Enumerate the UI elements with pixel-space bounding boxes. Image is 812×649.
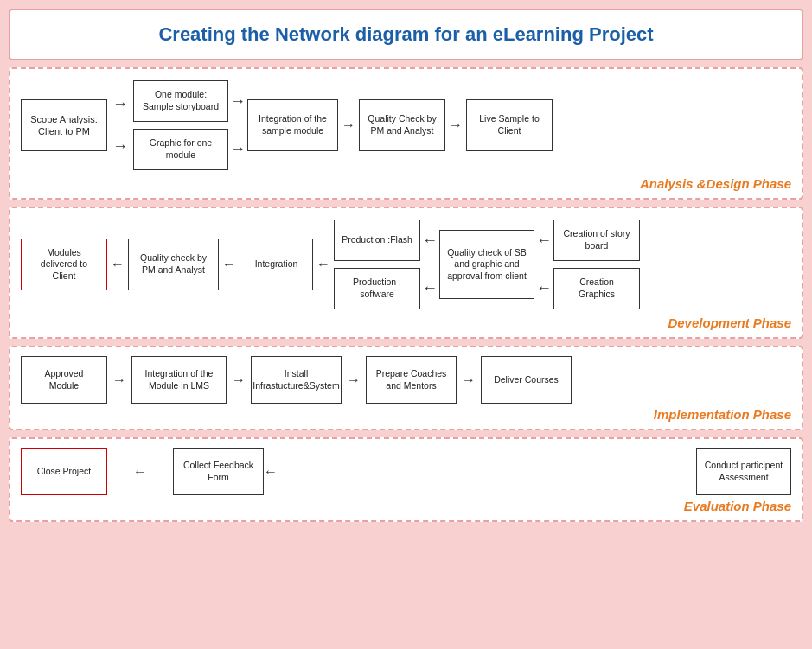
node-flash: Production :Flash <box>334 220 420 261</box>
page-title: Creating the Network diagram for an eLea… <box>158 23 653 45</box>
node-close: Close Project <box>21 448 107 495</box>
fork-arrows-1: → → <box>111 95 130 156</box>
node-live: Live Sample to Client <box>466 99 553 151</box>
arrows-prod-qual: ← ← <box>422 217 438 312</box>
arrows-creation-qual: ← ← <box>536 217 552 312</box>
arrow-close-collect <box>133 464 147 480</box>
node-integration2: Integration <box>240 239 313 290</box>
title-box: Creating the Network diagram for an eLea… <box>9 9 803 60</box>
phase2-flow: Modules delivered to Client Quality chec… <box>21 217 791 312</box>
prod-group: Production :Flash Production : software <box>334 220 420 309</box>
arrow-qual-live <box>449 118 463 133</box>
arrow-app-lms <box>112 372 126 388</box>
arrow-mod-qual <box>111 257 125 272</box>
fork-group-1: One module: Sample storyboard Graphic fo… <box>133 80 228 170</box>
node-approved: Approved Module <box>21 356 107 404</box>
node-graphic: Graphic for one module <box>133 129 228 170</box>
arrows-to-integration: → → <box>230 78 246 173</box>
node-install: Install Infrastucture&System <box>251 356 342 404</box>
phase1-section: Scope Analysis: Client to PM → → One mod… <box>9 67 803 200</box>
main-container: Creating the Network diagram for an eLea… <box>0 0 812 538</box>
arrow-int-qual <box>342 118 355 133</box>
node-software: Production : software <box>334 268 420 309</box>
creation-group: Creation of story board Creation Graphic… <box>553 220 640 309</box>
arrow-int-prod <box>316 257 330 272</box>
phase4-flow: Close Project Collect Feedback Form Cond… <box>21 448 791 495</box>
node-collect: Collect Feedback Form <box>173 448 264 495</box>
phase3-label: Implementation Phase <box>21 407 791 422</box>
phase3-flow: Approved Module Integration of the Modul… <box>21 356 791 404</box>
node-modules: Modules delivered to Client <box>21 239 107 290</box>
node-coaches: Prepare Coaches and Mentors <box>366 356 457 404</box>
phase4-section: Close Project Collect Feedback Form Cond… <box>9 437 803 522</box>
arrow-lms-install <box>232 372 246 388</box>
node-quality: Quality Check by PM and Analyst <box>359 99 445 151</box>
node-storyboard2: Creation of story board <box>553 220 640 261</box>
phase3-section: Approved Module Integration of the Modul… <box>9 346 803 430</box>
node-integration: Integration of the sample module <box>247 99 338 151</box>
node-quality-sb: Quality check of SB and graphic and appr… <box>439 230 534 299</box>
phase4-label: Evaluation Phase <box>21 499 791 513</box>
arrow-qual-int <box>222 257 236 272</box>
phase2-label: Development Phase <box>21 315 791 330</box>
node-graphics: Creation Graphics <box>553 268 640 309</box>
node-storyboard: One module: Sample storyboard <box>133 80 228 122</box>
arrow-install-coaches <box>347 372 361 388</box>
phase1-flow: Scope Analysis: Client to PM → → One mod… <box>21 78 791 173</box>
node-conduct: Conduct participent Assessment <box>696 448 791 495</box>
arrow-collect-conduct <box>264 464 278 480</box>
node-quality2: Quality check by PM and Analyst <box>128 239 219 290</box>
node-lms: Integration of the Module in LMS <box>131 356 227 404</box>
node-deliver: Deliver Courses <box>481 356 572 404</box>
node-scope: Scope Analysis: Client to PM <box>21 99 107 151</box>
arrow-coaches-deliver <box>462 372 476 388</box>
phase1-label: Analysis &Design Phase <box>21 176 791 191</box>
phase2-section: Modules delivered to Client Quality chec… <box>9 207 803 339</box>
